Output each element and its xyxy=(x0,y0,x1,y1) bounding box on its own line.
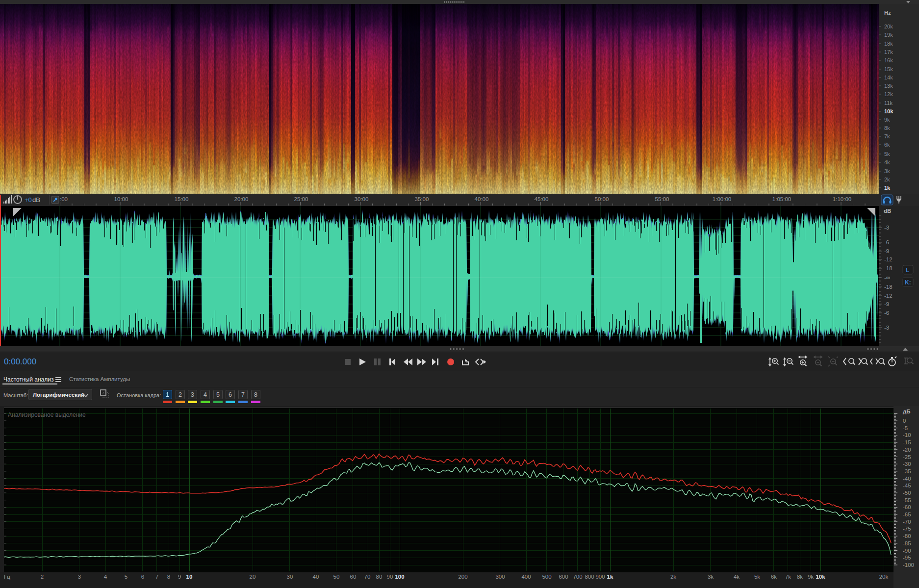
svg-text:10: 10 xyxy=(186,574,193,580)
svg-text:35:00: 35:00 xyxy=(415,196,429,202)
svg-text:10k: 10k xyxy=(884,108,893,114)
svg-text:-∞: -∞ xyxy=(884,275,890,281)
svg-text:6: 6 xyxy=(141,574,144,580)
svg-text:-12: -12 xyxy=(884,256,893,262)
svg-text:-90: -90 xyxy=(903,548,911,554)
svg-text:600: 600 xyxy=(559,574,568,580)
svg-text:2k: 2k xyxy=(884,177,890,182)
svg-text:-20: -20 xyxy=(903,447,911,453)
svg-text:18k: 18k xyxy=(884,41,893,47)
svg-text:-55: -55 xyxy=(903,497,911,503)
svg-text:Гц: Гц xyxy=(4,574,10,580)
svg-text:Анализированое выделение: Анализированое выделение xyxy=(8,411,86,418)
svg-text:900: 900 xyxy=(595,574,605,580)
svg-text:-40: -40 xyxy=(903,476,911,482)
svg-text:dB: dB xyxy=(32,196,40,204)
svg-text:25:00: 25:00 xyxy=(294,196,308,202)
svg-text:Hz: Hz xyxy=(884,10,891,16)
svg-text:14k: 14k xyxy=(884,75,893,80)
svg-text:500: 500 xyxy=(542,574,551,580)
svg-text:-100: -100 xyxy=(903,562,914,568)
svg-text:3k: 3k xyxy=(708,574,714,580)
svg-text:-6: -6 xyxy=(884,310,889,316)
svg-text:12k: 12k xyxy=(884,91,893,97)
svg-text:6k: 6k xyxy=(771,574,777,580)
svg-text:700: 700 xyxy=(573,574,582,580)
svg-text:8k: 8k xyxy=(797,574,803,580)
svg-text:16k: 16k xyxy=(884,57,893,63)
svg-text::00: :00 xyxy=(60,196,68,202)
svg-text:-12: -12 xyxy=(884,293,893,299)
svg-text:800: 800 xyxy=(585,574,594,580)
svg-text:3: 3 xyxy=(78,574,81,580)
svg-text:1:10:00: 1:10:00 xyxy=(833,196,851,202)
svg-text:4k: 4k xyxy=(734,574,740,580)
svg-text:dB: dB xyxy=(884,208,891,214)
svg-text:-80: -80 xyxy=(903,533,911,539)
svg-text:-9: -9 xyxy=(884,301,889,307)
svg-text:6k: 6k xyxy=(884,142,890,148)
svg-text:9: 9 xyxy=(178,574,181,580)
svg-text:-65: -65 xyxy=(903,511,911,517)
svg-text:-75: -75 xyxy=(903,526,911,532)
svg-text:-35: -35 xyxy=(903,468,911,474)
svg-text:80: 80 xyxy=(376,574,383,580)
svg-text:-45: -45 xyxy=(903,483,911,488)
svg-text:3k: 3k xyxy=(884,168,890,174)
svg-text:2: 2 xyxy=(41,574,44,580)
svg-text:+0: +0 xyxy=(25,196,32,204)
svg-text:50: 50 xyxy=(333,574,340,580)
svg-text:8: 8 xyxy=(167,574,170,580)
svg-text:20: 20 xyxy=(250,574,256,580)
svg-text:1:05:00: 1:05:00 xyxy=(772,196,791,202)
svg-text:0: 0 xyxy=(903,418,906,424)
svg-text:40:00: 40:00 xyxy=(475,196,489,202)
svg-text:30: 30 xyxy=(287,574,293,580)
svg-text:400: 400 xyxy=(521,574,531,580)
svg-text:-18: -18 xyxy=(884,265,893,271)
svg-text:5k: 5k xyxy=(884,151,890,157)
svg-text:-3: -3 xyxy=(884,225,889,230)
svg-text:-10: -10 xyxy=(903,432,911,438)
svg-text:-30: -30 xyxy=(903,461,911,467)
svg-text:200: 200 xyxy=(458,574,467,580)
svg-text:7k: 7k xyxy=(785,574,791,580)
svg-text:20k: 20k xyxy=(879,574,889,580)
svg-text:15k: 15k xyxy=(884,66,893,72)
svg-text:-25: -25 xyxy=(903,454,911,460)
svg-text:13k: 13k xyxy=(884,83,893,89)
svg-text:-18: -18 xyxy=(884,284,893,290)
svg-text:30:00: 30:00 xyxy=(355,196,369,202)
svg-text:70: 70 xyxy=(364,574,371,580)
svg-text:-5: -5 xyxy=(903,425,908,431)
svg-text:15:00: 15:00 xyxy=(175,196,189,202)
svg-text:60: 60 xyxy=(350,574,357,580)
svg-text:-9: -9 xyxy=(884,248,889,254)
svg-text:40: 40 xyxy=(313,574,319,580)
svg-text:7k: 7k xyxy=(884,133,890,139)
svg-text:9k: 9k xyxy=(884,117,890,123)
svg-text:-85: -85 xyxy=(903,540,911,546)
svg-text:10k: 10k xyxy=(816,574,825,580)
svg-text:-15: -15 xyxy=(903,439,911,445)
svg-text:300: 300 xyxy=(495,574,505,580)
svg-text:5k: 5k xyxy=(754,574,760,580)
svg-text:100: 100 xyxy=(395,574,404,580)
svg-text:5: 5 xyxy=(125,574,128,580)
svg-text:4k: 4k xyxy=(884,159,890,165)
svg-text:8k: 8k xyxy=(884,125,890,131)
svg-text:-6: -6 xyxy=(884,239,889,245)
svg-text:-70: -70 xyxy=(903,519,911,525)
svg-text:17k: 17k xyxy=(884,49,893,55)
svg-text:7: 7 xyxy=(155,574,158,580)
svg-text:10:00: 10:00 xyxy=(114,196,128,202)
svg-text:2k: 2k xyxy=(670,574,676,580)
svg-text:55:00: 55:00 xyxy=(655,196,669,202)
svg-text:1:00:00: 1:00:00 xyxy=(713,196,731,202)
svg-text:1k: 1k xyxy=(884,185,891,191)
svg-text:-50: -50 xyxy=(903,490,911,496)
svg-text:дБ: дБ xyxy=(903,409,911,414)
svg-text:20:00: 20:00 xyxy=(234,196,249,202)
svg-text:L: L xyxy=(906,267,909,274)
svg-text:19k: 19k xyxy=(884,32,893,38)
